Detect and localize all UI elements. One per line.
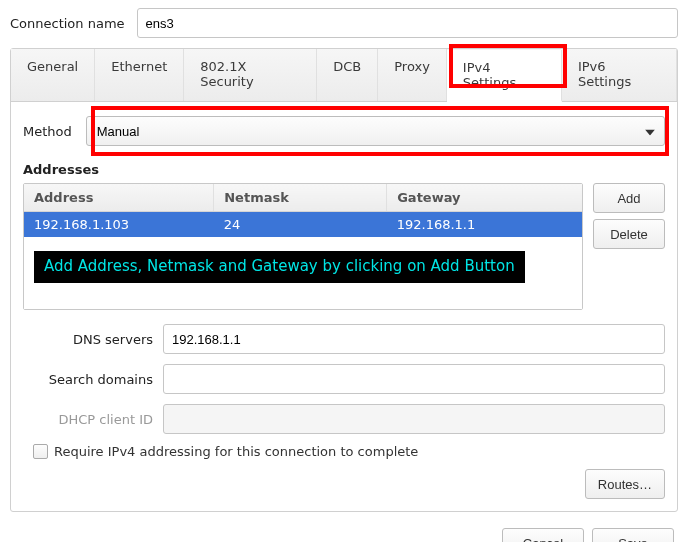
dhcp-client-id-input [163, 404, 665, 434]
col-netmask: Netmask [214, 184, 387, 212]
dialog-footer: Cancel Save [10, 528, 678, 542]
instruction-row: Add Address, Netmask and Gateway by clic… [24, 237, 582, 309]
addresses-table[interactable]: Address Netmask Gateway 192.168.1.103 24… [24, 184, 582, 309]
table-row[interactable]: 192.168.1.103 24 192.168.1.1 [24, 212, 582, 238]
search-domains-label: Search domains [23, 372, 153, 387]
dns-input[interactable] [163, 324, 665, 354]
addresses-header: Addresses [23, 162, 665, 177]
extra-fields: DNS servers Search domains DHCP client I… [23, 324, 665, 434]
method-row: Method Manual [23, 116, 665, 146]
require-ipv4-row[interactable]: Require IPv4 addressing for this connect… [33, 444, 665, 459]
dns-label: DNS servers [23, 332, 153, 347]
cancel-button[interactable]: Cancel [502, 528, 584, 542]
delete-button[interactable]: Delete [593, 219, 665, 249]
tab-proxy[interactable]: Proxy [378, 49, 447, 101]
tab-general[interactable]: General [11, 49, 95, 101]
cell-address: 192.168.1.103 [24, 212, 214, 238]
ipv4-settings-panel: Method Manual Addresses [11, 102, 677, 511]
tab-ipv6-settings[interactable]: IPv6 Settings [562, 49, 677, 101]
tab-ethernet[interactable]: Ethernet [95, 49, 184, 101]
tab-bar: General Ethernet 802.1X Security DCB Pro… [11, 49, 677, 102]
addresses-block: Address Netmask Gateway 192.168.1.103 24… [23, 183, 665, 310]
addresses-header-row: Address Netmask Gateway [24, 184, 582, 212]
dns-row: DNS servers [23, 324, 665, 354]
cell-gateway: 192.168.1.1 [387, 212, 582, 238]
search-domains-row: Search domains [23, 364, 665, 394]
tab-dcb[interactable]: DCB [317, 49, 378, 101]
require-ipv4-checkbox[interactable] [33, 444, 48, 459]
save-button[interactable]: Save [592, 528, 674, 542]
network-connection-editor: Connection name General Ethernet 802.1X … [0, 0, 688, 542]
connection-name-input[interactable] [137, 8, 678, 38]
connection-name-row: Connection name [10, 8, 678, 38]
cell-netmask: 24 [214, 212, 387, 238]
search-domains-input[interactable] [163, 364, 665, 394]
addresses-side-buttons: Add Delete [593, 183, 665, 249]
dhcp-client-id-row: DHCP client ID [23, 404, 665, 434]
connection-name-label: Connection name [10, 16, 125, 31]
add-button[interactable]: Add [593, 183, 665, 213]
tab-ipv4-settings[interactable]: IPv4 Settings [447, 50, 562, 102]
instruction-banner: Add Address, Netmask and Gateway by clic… [34, 251, 525, 283]
require-ipv4-label: Require IPv4 addressing for this connect… [54, 444, 418, 459]
method-label: Method [23, 124, 72, 139]
addresses-table-wrap: Address Netmask Gateway 192.168.1.103 24… [23, 183, 583, 310]
method-select[interactable]: Manual [86, 116, 665, 146]
col-gateway: Gateway [387, 184, 582, 212]
method-select-value: Manual [97, 124, 140, 139]
dhcp-client-id-label: DHCP client ID [23, 412, 153, 427]
routes-row: Routes… [23, 469, 665, 499]
col-address: Address [24, 184, 214, 212]
routes-button[interactable]: Routes… [585, 469, 665, 499]
method-select-wrap: Manual [86, 116, 665, 146]
tab-8021x-security[interactable]: 802.1X Security [184, 49, 317, 101]
tabs-container: General Ethernet 802.1X Security DCB Pro… [10, 48, 678, 512]
